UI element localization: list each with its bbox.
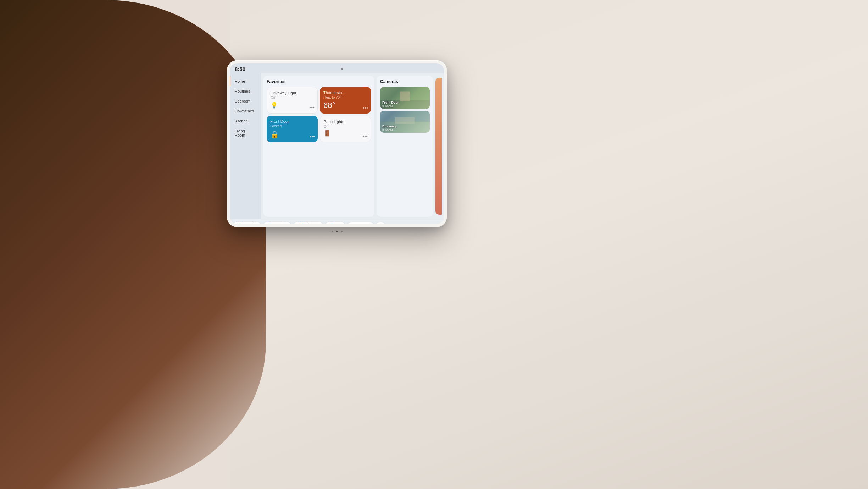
thermostat-tile[interactable]: Thermosta... Heat to 70° 68° •••	[320, 87, 371, 114]
lock-icon: 🔒	[270, 130, 314, 139]
driveway-camera-feed[interactable]: Driveway 8:49 AM	[380, 111, 430, 133]
svg-rect-5	[395, 117, 415, 124]
lock-status-icon: 🔒	[266, 224, 273, 225]
favorites-tiles-grid: Driveway Light Off 💡 ••• Thermosta... He…	[267, 87, 371, 142]
device-screen: 8:50 Home Routines Bedroom Downstairs	[230, 63, 444, 224]
bottom-bar: 🛡 Security Disarmed 🔒 Locks All Locked 6…	[230, 219, 444, 224]
patio-lights-title: Patio Lights	[324, 120, 367, 124]
camera-indicator	[341, 68, 343, 70]
bulb-icon: 💡	[271, 102, 314, 109]
page-dot-1	[332, 231, 333, 232]
front-door-tile[interactable]: Front Door Locked 🔒 •••	[267, 116, 318, 142]
sidebar-item-bedroom[interactable]: Bedroom	[230, 96, 261, 106]
patio-more-button[interactable]: •••	[362, 133, 368, 139]
driveway-light-more-button[interactable]: •••	[309, 105, 315, 110]
driveway-light-tile[interactable]: Driveway Light Off 💡 •••	[267, 87, 318, 114]
driveway-camera-label: Driveway 8:49 AM	[382, 125, 396, 131]
security-text: Security Disarmed	[245, 224, 258, 224]
patio-lights-subtitle: Off	[324, 125, 367, 128]
climate-icon: 68°	[296, 224, 304, 225]
door-icon: 🚪	[324, 130, 367, 137]
status-bar: 8:50	[230, 63, 444, 73]
status-time: 8:50	[235, 66, 245, 72]
sidebar-item-kitchen[interactable]: Kitchen	[230, 116, 261, 126]
sidebar: Home Routines Bedroom Downstairs Kitchen…	[230, 73, 261, 219]
front-door-camera-feed[interactable]: Front Door 8:48 AM	[380, 87, 430, 109]
sidebar-item-downstairs[interactable]: Downstairs	[230, 106, 261, 116]
cameras-title: Cameras	[380, 79, 430, 84]
favorites-panel: Favorites Driveway Light Off 💡 •••	[263, 76, 374, 217]
main-content: Home Routines Bedroom Downstairs Kitchen…	[230, 73, 444, 219]
locks-pill[interactable]: 🔒 Locks All Locked	[263, 222, 292, 225]
front-door-subtitle: Locked	[270, 124, 314, 128]
thermostat-title: Thermosta...	[323, 90, 367, 95]
panels-area: Favorites Driveway Light Off 💡 •••	[261, 73, 444, 219]
panels-row: Favorites Driveway Light Off 💡 •••	[261, 73, 444, 219]
page-indicators	[227, 231, 447, 232]
front-door-title: Front Door	[270, 119, 314, 124]
thermostat-value: 68°	[323, 101, 367, 110]
locks-text: Locks All Locked	[275, 224, 288, 224]
thermostat-subtitle: Heat to 70°	[323, 95, 367, 99]
security-icon: 🛡	[236, 224, 243, 225]
person-silhouette	[0, 0, 266, 489]
favorites-title: Favorites	[267, 79, 371, 84]
cameras-pill[interactable]: 📷 Cameras	[347, 222, 374, 224]
grid-button[interactable]: ⊞	[376, 222, 385, 225]
climate-text: Climate Heat to 70°	[305, 224, 319, 224]
thermostat-more-button[interactable]: •••	[363, 105, 368, 111]
page-dot-3	[341, 231, 343, 232]
driveway-light-subtitle: Off	[271, 96, 314, 100]
front-door-camera-label: Front Door 8:48 AM	[382, 101, 399, 108]
security-pill[interactable]: 🛡 Security Disarmed	[233, 222, 261, 225]
sidebar-item-routines[interactable]: Routines	[230, 86, 261, 96]
page-dot-2	[336, 231, 338, 232]
partial-right-panel	[435, 78, 442, 215]
driveway-light-title: Driveway Light	[271, 91, 314, 95]
lights-pill[interactable]: 💡 L...	[325, 222, 345, 225]
smart-display-device: 8:50 Home Routines Bedroom Downstairs	[227, 60, 447, 227]
svg-rect-2	[400, 91, 410, 101]
sidebar-item-living-room[interactable]: Living Room	[230, 126, 261, 140]
lights-icon: 💡	[328, 224, 335, 225]
climate-pill[interactable]: 68° Climate Heat to 70°	[293, 222, 323, 225]
camera-feeds: Front Door 8:48 AM	[380, 87, 430, 133]
sidebar-item-home[interactable]: Home	[230, 76, 261, 86]
front-door-more-button[interactable]: •••	[310, 134, 315, 139]
cameras-panel: Cameras	[377, 76, 433, 217]
patio-lights-tile[interactable]: Patio Lights Off 🚪 •••	[320, 116, 371, 142]
